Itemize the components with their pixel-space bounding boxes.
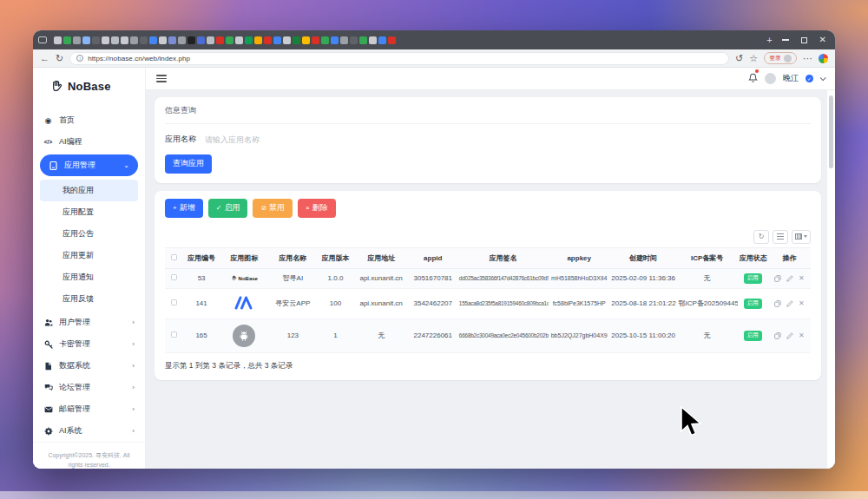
pinned-tab-favicon[interactable] [73,36,81,44]
sidebar-item-ai-system[interactable]: AI系统 › [33,420,145,442]
add-button[interactable]: + 新增 [165,199,203,218]
pinned-tab-favicon[interactable] [111,36,119,44]
pinned-tab-favicon[interactable] [130,36,138,44]
pinned-tab-favicon[interactable] [102,36,109,44]
browser-profile-chip[interactable]: 登录 [764,52,797,64]
refresh-button[interactable]: ↻ [753,230,769,244]
pinned-tab-favicon[interactable] [54,36,62,44]
pinned-tab-favicon[interactable] [340,36,348,44]
history-icon[interactable]: ↺ [735,54,743,63]
pinned-tab-favicon[interactable] [140,36,148,44]
back-icon[interactable]: ← [40,54,49,63]
site-info-icon[interactable]: i [76,55,83,62]
sidebar-subitem-my-apps[interactable]: 我的应用 [40,180,138,201]
browser-logo-icon[interactable] [819,54,828,63]
pinned-tab-favicon[interactable] [149,36,157,44]
pinned-tab-favicon[interactable] [226,36,233,44]
sidebar-subitem-app-announcement[interactable]: 应用公告 [33,223,145,245]
enable-button[interactable]: ✓ 启用 [208,199,248,218]
maximize-button[interactable] [801,37,807,43]
pinned-tab-favicon[interactable] [293,36,300,44]
pinned-tab-favicon[interactable] [159,36,167,44]
sidebar-subitem-app-notification[interactable]: 应用通知 [33,266,145,288]
page-scrollbar[interactable] [827,90,835,469]
scrollbar-thumb[interactable] [829,95,833,168]
tab-search-icon[interactable] [38,36,47,43]
reload-icon[interactable]: ↻ [56,54,63,63]
pinned-tab-favicon[interactable] [312,36,319,44]
bookmark-star-icon[interactable]: ☆ [749,54,758,63]
pinned-tab-favicon[interactable] [264,36,272,44]
pinned-tabs[interactable] [54,36,760,44]
edit-icon[interactable] [786,332,793,339]
sidebar: NoBase ◉ 首页 </> AI编程 应用管理 ⌄ [33,68,146,469]
close-window-button[interactable]: ✕ [819,36,826,44]
pinned-tab-favicon[interactable] [168,36,176,44]
row-checkbox[interactable] [171,274,177,280]
pinned-tab-favicon[interactable] [369,36,377,44]
columns-button[interactable] [792,230,811,244]
sidebar-item-card-key-management[interactable]: 卡密管理 › [33,333,145,355]
user-avatar[interactable] [765,73,776,84]
pinned-tab-favicon[interactable] [82,36,90,44]
pinned-tab-favicon[interactable] [302,36,310,44]
sidebar-item-mail-management[interactable]: 邮箱管理 › [33,398,145,420]
copy-icon[interactable] [774,300,781,307]
pinned-tab-favicon[interactable] [321,36,329,44]
remove-icon[interactable]: ✕ [799,275,805,282]
pinned-tab-favicon[interactable] [121,36,128,44]
copy-icon[interactable] [774,275,781,282]
pinned-tab-favicon[interactable] [197,36,205,44]
pinned-tab-favicon[interactable] [283,36,291,44]
pinned-tab-favicon[interactable] [207,36,214,44]
remove-icon[interactable]: ✕ [799,300,805,307]
table-row[interactable]: 141 寻安云APP 100 api.xunanit.cn 3542462207 [165,288,811,318]
browser-menu-icon[interactable]: ⋯ [803,54,812,63]
table-row[interactable]: 165 [165,318,811,352]
minimize-button[interactable] [782,39,789,41]
pinned-tab-favicon[interactable] [63,36,71,44]
app-name-input[interactable] [205,135,811,144]
pinned-tab-favicon[interactable] [216,36,224,44]
select-all-checkbox[interactable] [171,254,177,260]
sidebar-item-user-management[interactable]: 用户管理 › [33,312,145,333]
sidebar-subitem-app-feedback[interactable]: 应用反馈 [33,288,145,310]
delete-button[interactable]: × 删除 [298,199,336,218]
pinned-tab-favicon[interactable] [350,36,358,44]
pinned-tab-favicon[interactable] [92,36,100,44]
copy-icon[interactable] [774,332,781,339]
sidebar-item-data-system[interactable]: 数据系统 › [33,355,145,377]
notifications-button[interactable] [748,71,758,87]
table-card: + 新增 ✓ 启用 ⊘ 禁用 × 删除 [155,191,821,380]
row-checkbox[interactable] [171,299,177,305]
toggle-view-button[interactable] [773,230,788,244]
sidebar-subitem-app-update[interactable]: 应用更新 [33,245,145,266]
disable-button[interactable]: ⊘ 禁用 [253,199,293,218]
pinned-tab-favicon[interactable] [245,36,253,44]
pinned-tab-favicon[interactable] [235,36,243,44]
query-app-button[interactable]: 查询应用 [165,154,212,174]
notification-badge [755,69,759,73]
pinned-tab-favicon[interactable] [254,36,262,44]
sidebar-item-forum-management[interactable]: 论坛管理 › [33,377,145,398]
pinned-tab-favicon[interactable] [359,36,367,44]
sidebar-item-ai-coding[interactable]: </> AI编程 [33,131,145,153]
sidebar-subitem-app-config[interactable]: 应用配置 [33,201,145,223]
pinned-tab-favicon[interactable] [178,36,186,44]
sidebar-item-home[interactable]: ◉ 首页 [33,109,145,131]
user-menu-chevron-icon[interactable] [820,75,826,81]
pinned-tab-favicon[interactable] [388,36,396,44]
pinned-tab-favicon[interactable] [331,36,339,44]
edit-icon[interactable] [786,300,793,307]
pinned-tab-favicon[interactable] [187,36,195,44]
edit-icon[interactable] [786,275,793,282]
remove-icon[interactable]: ✕ [799,332,805,339]
pinned-tab-favicon[interactable] [273,36,281,44]
hamburger-menu-icon[interactable] [156,75,167,82]
pinned-tab-favicon[interactable] [378,36,386,44]
table-row[interactable]: 53 NoBase 智寻AI 1.0.0 api.xunanit.cn [165,268,811,288]
sidebar-item-app-management[interactable]: 应用管理 ⌄ [40,154,138,176]
address-bar[interactable]: i https://nobase.cn/web/index.php [69,52,729,65]
new-tab-button[interactable]: + [766,36,772,45]
row-checkbox[interactable] [171,332,177,338]
